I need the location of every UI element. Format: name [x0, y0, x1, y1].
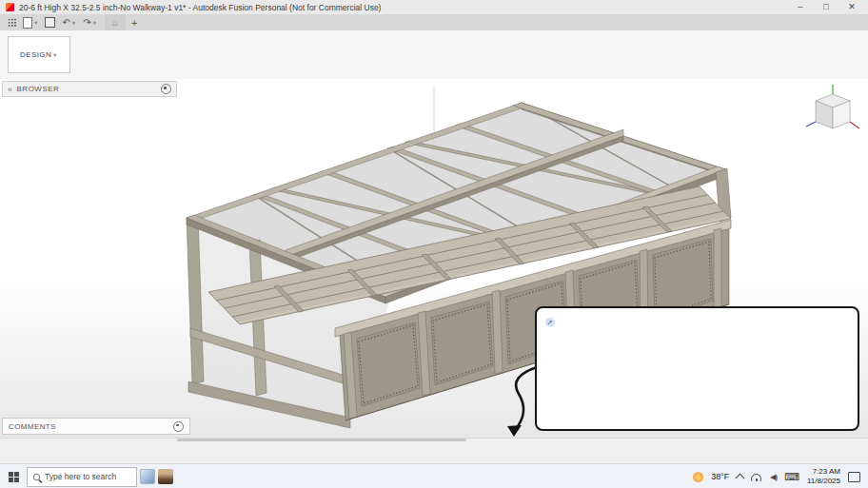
annotation-callout: ➚: [535, 306, 859, 431]
ribbon-groups: [76, 44, 868, 79]
chevron-down-icon: ▼: [71, 18, 76, 28]
save-icon[interactable]: [45, 17, 55, 28]
redo-icon[interactable]: ↷▼: [83, 18, 97, 28]
close-button[interactable]: ✕: [841, 0, 862, 14]
browser-options-icon[interactable]: [161, 84, 171, 94]
taskbar-search[interactable]: Type here to search: [27, 467, 137, 487]
comments-label: COMMENTS: [9, 422, 56, 431]
start-button[interactable]: [0, 472, 27, 482]
keyboard-icon[interactable]: ⌨: [784, 471, 799, 483]
undo-icon[interactable]: ↶▼: [62, 18, 76, 28]
timeline-scrollbar[interactable]: [177, 439, 466, 441]
chevron-down-icon: ▼: [92, 18, 97, 28]
new-tab-button[interactable]: +: [126, 14, 143, 30]
comments-panel[interactable]: COMMENTS: [2, 418, 190, 435]
tray-date: 11/8/2025: [807, 477, 840, 486]
weather-temperature[interactable]: 38°F: [711, 472, 729, 481]
viewport-canvas[interactable]: « BROWSER COMMENTS ➚: [0, 79, 868, 438]
wifi-icon[interactable]: [751, 473, 762, 481]
fusion-app-icon: [6, 3, 14, 11]
volume-icon[interactable]: ◀): [770, 473, 777, 481]
chevron-down-icon: ▼: [33, 18, 38, 28]
maximize-button[interactable]: □: [816, 0, 837, 14]
browser-header[interactable]: « BROWSER: [2, 81, 177, 97]
tray-time: 7:23 AM: [813, 467, 840, 477]
document-tab-bar: ▼↶▼↷▼ ⌂ +: [0, 14, 868, 30]
window-title: 20-6 ft High X 32.5-2.5 inch-No Walkway-…: [19, 3, 381, 12]
ribbon-tabs: [76, 30, 868, 44]
minimize-button[interactable]: –: [790, 0, 811, 14]
chevron-down-icon: ▼: [52, 52, 58, 58]
clock[interactable]: 7:23 AM 11/8/2025: [807, 467, 840, 486]
collapse-panel-icon[interactable]: «: [8, 85, 13, 94]
ribbon: DESIGN ▼: [0, 30, 868, 80]
browser-title: BROWSER: [17, 85, 60, 93]
workspace-selector[interactable]: DESIGN ▼: [8, 36, 70, 73]
browser-panel: « BROWSER: [2, 81, 177, 100]
title-bar: 20-6 ft High X 32.5-2.5 inch-No Walkway-…: [0, 0, 868, 14]
home-icon[interactable]: ⌂: [105, 14, 126, 30]
view-cube[interactable]: [801, 83, 864, 144]
tabbar-right-icons: [849, 14, 868, 30]
citation-link-icon[interactable]: ➚: [545, 318, 555, 327]
system-tray: 38°F ◀) ⌨ 7:23 AM 11/8/2025: [693, 467, 868, 486]
quick-access-toolbar: ▼↶▼↷▼: [0, 14, 105, 30]
comments-options-icon[interactable]: [173, 421, 184, 432]
app-grid-icon[interactable]: [8, 18, 16, 27]
windows-logo-icon: [9, 472, 19, 482]
windows-taskbar: Type here to search 38°F ◀) ⌨ 7:23 AM 11…: [0, 463, 868, 488]
notification-center-icon[interactable]: [848, 472, 860, 482]
weather-sun-icon[interactable]: [693, 472, 703, 482]
search-placeholder: Type here to search: [45, 472, 116, 481]
workspace-label: DESIGN: [20, 50, 51, 59]
search-highlight-icon[interactable]: [140, 469, 155, 484]
search-icon: [33, 473, 40, 479]
browser-tree: [2, 97, 177, 100]
file-new-icon[interactable]: ▼: [23, 17, 38, 29]
show-hidden-icons-chevron[interactable]: [736, 474, 745, 483]
search-portrait-image[interactable]: [158, 469, 173, 484]
parametric-timeline: [0, 438, 868, 464]
